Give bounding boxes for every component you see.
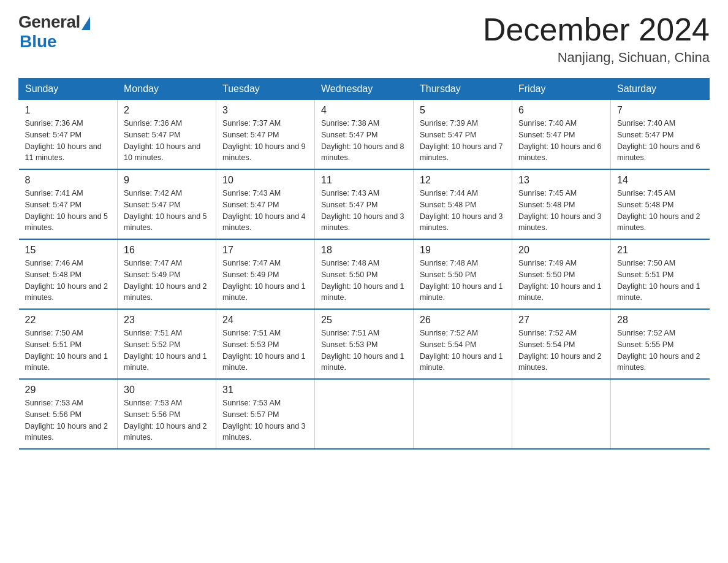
table-row: 29 Sunrise: 7:53 AM Sunset: 5:56 PM Dayl… [19,379,118,449]
location-subtitle: Nanjiang, Sichuan, China [483,50,710,66]
day-info: Sunrise: 7:44 AM Sunset: 5:48 PM Dayligh… [420,188,506,234]
day-number: 1 [25,105,112,116]
table-row: 11 Sunrise: 7:43 AM Sunset: 5:47 PM Dayl… [315,169,414,239]
day-info: Sunrise: 7:52 AM Sunset: 5:54 PM Dayligh… [420,327,506,373]
day-info: Sunrise: 7:43 AM Sunset: 5:47 PM Dayligh… [222,188,308,234]
day-number: 9 [124,175,210,186]
day-info: Sunrise: 7:40 AM Sunset: 5:47 PM Dayligh… [617,118,703,164]
day-info: Sunrise: 7:53 AM Sunset: 5:56 PM Dayligh… [25,397,112,443]
month-year-title: December 2024 [483,12,710,47]
day-number: 20 [518,245,604,256]
day-info: Sunrise: 7:43 AM Sunset: 5:47 PM Dayligh… [321,188,407,234]
day-number: 26 [420,315,506,326]
day-number: 12 [420,175,506,186]
day-number: 19 [420,245,506,256]
logo-blue-text: Blue [20,32,57,52]
calendar-table: Sunday Monday Tuesday Wednesday Thursday… [18,78,710,450]
calendar-week-row: 15 Sunrise: 7:46 AM Sunset: 5:48 PM Dayl… [19,239,710,309]
calendar-week-row: 29 Sunrise: 7:53 AM Sunset: 5:56 PM Dayl… [19,379,710,449]
day-number: 2 [124,105,210,116]
table-row: 4 Sunrise: 7:38 AM Sunset: 5:47 PM Dayli… [315,100,414,170]
table-row: 12 Sunrise: 7:44 AM Sunset: 5:48 PM Dayl… [414,169,512,239]
day-number: 6 [518,105,604,116]
table-row: 13 Sunrise: 7:45 AM Sunset: 5:48 PM Dayl… [512,169,611,239]
day-info: Sunrise: 7:51 AM Sunset: 5:53 PM Dayligh… [222,327,308,373]
table-row: 8 Sunrise: 7:41 AM Sunset: 5:47 PM Dayli… [19,169,118,239]
day-number: 8 [25,175,112,186]
table-row: 25 Sunrise: 7:51 AM Sunset: 5:53 PM Dayl… [315,309,414,379]
calendar-week-row: 22 Sunrise: 7:50 AM Sunset: 5:51 PM Dayl… [19,309,710,379]
col-saturday: Saturday [611,79,710,100]
day-info: Sunrise: 7:47 AM Sunset: 5:49 PM Dayligh… [124,258,210,304]
logo-general-text: General [18,12,80,32]
table-row [512,379,611,449]
day-number: 4 [321,105,407,116]
table-row: 30 Sunrise: 7:53 AM Sunset: 5:56 PM Dayl… [118,379,216,449]
day-number: 23 [124,315,210,326]
table-row: 16 Sunrise: 7:47 AM Sunset: 5:49 PM Dayl… [118,239,216,309]
table-row: 20 Sunrise: 7:49 AM Sunset: 5:50 PM Dayl… [512,239,611,309]
table-row: 28 Sunrise: 7:52 AM Sunset: 5:55 PM Dayl… [611,309,710,379]
day-info: Sunrise: 7:52 AM Sunset: 5:55 PM Dayligh… [617,327,703,373]
day-number: 29 [25,385,112,396]
day-info: Sunrise: 7:53 AM Sunset: 5:57 PM Dayligh… [222,397,308,443]
day-info: Sunrise: 7:50 AM Sunset: 5:51 PM Dayligh… [617,258,703,304]
table-row: 21 Sunrise: 7:50 AM Sunset: 5:51 PM Dayl… [611,239,710,309]
day-info: Sunrise: 7:36 AM Sunset: 5:47 PM Dayligh… [25,118,112,164]
day-number: 11 [321,175,407,186]
table-row [414,379,512,449]
col-friday: Friday [512,79,611,100]
day-info: Sunrise: 7:36 AM Sunset: 5:47 PM Dayligh… [124,118,210,164]
col-monday: Monday [118,79,216,100]
table-row: 5 Sunrise: 7:39 AM Sunset: 5:47 PM Dayli… [414,100,512,170]
table-row: 26 Sunrise: 7:52 AM Sunset: 5:54 PM Dayl… [414,309,512,379]
day-info: Sunrise: 7:42 AM Sunset: 5:47 PM Dayligh… [124,188,210,234]
col-tuesday: Tuesday [216,79,315,100]
day-number: 16 [124,245,210,256]
day-info: Sunrise: 7:45 AM Sunset: 5:48 PM Dayligh… [518,188,604,234]
calendar-header-row: Sunday Monday Tuesday Wednesday Thursday… [19,79,710,100]
day-info: Sunrise: 7:41 AM Sunset: 5:47 PM Dayligh… [25,188,112,234]
day-info: Sunrise: 7:47 AM Sunset: 5:49 PM Dayligh… [222,258,308,304]
day-number: 22 [25,315,112,326]
table-row: 10 Sunrise: 7:43 AM Sunset: 5:47 PM Dayl… [216,169,315,239]
day-info: Sunrise: 7:53 AM Sunset: 5:56 PM Dayligh… [124,397,210,443]
table-row: 24 Sunrise: 7:51 AM Sunset: 5:53 PM Dayl… [216,309,315,379]
page-header: General Blue December 2024 Nanjiang, Sic… [18,12,710,66]
day-number: 10 [222,175,308,186]
calendar-week-row: 1 Sunrise: 7:36 AM Sunset: 5:47 PM Dayli… [19,100,710,170]
day-info: Sunrise: 7:45 AM Sunset: 5:48 PM Dayligh… [617,188,703,234]
day-info: Sunrise: 7:39 AM Sunset: 5:47 PM Dayligh… [420,118,506,164]
table-row [315,379,414,449]
day-info: Sunrise: 7:52 AM Sunset: 5:54 PM Dayligh… [518,327,604,373]
day-info: Sunrise: 7:38 AM Sunset: 5:47 PM Dayligh… [321,118,407,164]
day-info: Sunrise: 7:48 AM Sunset: 5:50 PM Dayligh… [321,258,407,304]
table-row: 14 Sunrise: 7:45 AM Sunset: 5:48 PM Dayl… [611,169,710,239]
day-info: Sunrise: 7:46 AM Sunset: 5:48 PM Dayligh… [25,258,112,304]
day-number: 13 [518,175,604,186]
table-row: 23 Sunrise: 7:51 AM Sunset: 5:52 PM Dayl… [118,309,216,379]
table-row: 31 Sunrise: 7:53 AM Sunset: 5:57 PM Dayl… [216,379,315,449]
logo-arrow-icon [82,17,90,30]
day-number: 7 [617,105,703,116]
day-number: 25 [321,315,407,326]
table-row: 22 Sunrise: 7:50 AM Sunset: 5:51 PM Dayl… [19,309,118,379]
day-number: 3 [222,105,308,116]
day-number: 18 [321,245,407,256]
calendar-week-row: 8 Sunrise: 7:41 AM Sunset: 5:47 PM Dayli… [19,169,710,239]
day-info: Sunrise: 7:37 AM Sunset: 5:47 PM Dayligh… [222,118,308,164]
day-info: Sunrise: 7:40 AM Sunset: 5:47 PM Dayligh… [518,118,604,164]
day-number: 14 [617,175,703,186]
table-row: 17 Sunrise: 7:47 AM Sunset: 5:49 PM Dayl… [216,239,315,309]
logo: General Blue [18,12,90,52]
day-info: Sunrise: 7:50 AM Sunset: 5:51 PM Dayligh… [25,327,112,373]
table-row [611,379,710,449]
col-sunday: Sunday [19,79,118,100]
day-info: Sunrise: 7:51 AM Sunset: 5:53 PM Dayligh… [321,327,407,373]
day-info: Sunrise: 7:48 AM Sunset: 5:50 PM Dayligh… [420,258,506,304]
table-row: 7 Sunrise: 7:40 AM Sunset: 5:47 PM Dayli… [611,100,710,170]
table-row: 6 Sunrise: 7:40 AM Sunset: 5:47 PM Dayli… [512,100,611,170]
table-row: 15 Sunrise: 7:46 AM Sunset: 5:48 PM Dayl… [19,239,118,309]
day-number: 24 [222,315,308,326]
day-number: 30 [124,385,210,396]
